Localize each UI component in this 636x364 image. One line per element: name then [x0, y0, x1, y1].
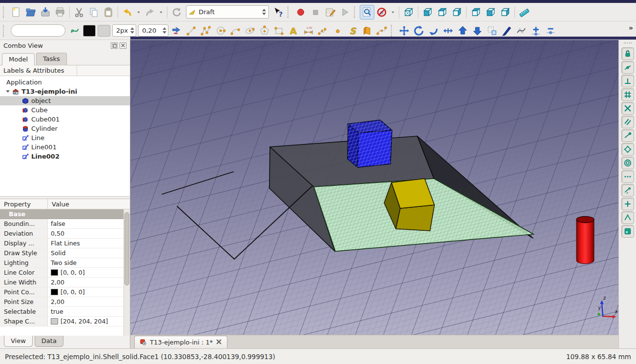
draft-scale-button[interactable]: [485, 23, 499, 38]
tree-item-line001[interactable]: Line001: [0, 142, 130, 152]
draft-rectangle-button[interactable]: [272, 23, 287, 38]
toolbar-overflow-chevron[interactable]: »: [629, 24, 633, 32]
text-scale-spinbox[interactable]: 0,20: [138, 24, 168, 37]
property-scrollbar[interactable]: [123, 209, 130, 336]
snap-endpoint-button[interactable]: [621, 129, 634, 142]
draft-bezier-button[interactable]: [374, 23, 389, 38]
tree-item-line002[interactable]: Line002: [0, 152, 130, 161]
yellow-cube-front-face[interactable]: [396, 205, 434, 231]
draft-wire-button[interactable]: [199, 23, 213, 38]
face-color-button[interactable]: [98, 25, 110, 37]
tab-data[interactable]: Data: [35, 336, 63, 347]
draft-edit-button[interactable]: [499, 23, 514, 38]
draft-rotate-button[interactable]: [411, 23, 426, 38]
apply-style-button[interactable]: [67, 23, 82, 38]
snap-perpendicular-button[interactable]: [621, 75, 634, 87]
document-tab[interactable]: T13-ejemplo-ini : 1*: [134, 336, 227, 348]
macro-record-button[interactable]: [293, 5, 308, 20]
property-row[interactable]: Line Color[0, 0, 0]: [0, 268, 130, 278]
snap-intersection-button[interactable]: [621, 102, 634, 115]
tree-item-cube[interactable]: Cube: [0, 105, 130, 115]
macro-play-button[interactable]: [337, 5, 352, 20]
paste-button[interactable]: [101, 5, 116, 20]
property-value[interactable]: [204, 204, 204]: [48, 317, 130, 326]
draft-shapestring-button[interactable]: S: [345, 23, 360, 38]
property-value[interactable]: [0, 0, 0]: [48, 268, 130, 277]
workbench-selector[interactable]: Draft: [186, 5, 269, 19]
scrollbar-thumb[interactable]: [124, 212, 129, 285]
save-file-button[interactable]: [38, 5, 53, 20]
cut-button[interactable]: [72, 5, 86, 20]
tab-close-icon[interactable]: [216, 339, 222, 346]
model-tree[interactable]: Application T13-ejemplo-ini objectCubeCu…: [0, 76, 130, 197]
measure-distance-button[interactable]: [517, 5, 532, 20]
property-value[interactable]: 0,50: [48, 229, 130, 238]
undo-history-button[interactable]: [135, 5, 143, 20]
snap-midpoint-button[interactable]: [621, 61, 634, 74]
property-value[interactable]: true: [48, 307, 130, 316]
tree-item-cube001[interactable]: Cube001: [0, 115, 130, 124]
draft-dimension-button[interactable]: 1.00: [301, 23, 316, 38]
view-front-button[interactable]: [420, 5, 435, 20]
draft-move-button[interactable]: [397, 23, 411, 38]
undo-button[interactable]: [120, 5, 135, 20]
toolbar-grip[interactable]: [287, 6, 291, 18]
refresh-button[interactable]: [169, 5, 184, 20]
macro-edit-button[interactable]: [323, 5, 337, 20]
toggle-construction-button[interactable]: [169, 23, 184, 38]
copy-button[interactable]: [86, 5, 101, 20]
view-left-button[interactable]: [498, 5, 513, 20]
snap-ortho-button[interactable]: [621, 198, 634, 210]
snap-near-button[interactable]: [621, 184, 634, 197]
property-row[interactable]: Draw StyleSolid: [0, 248, 130, 258]
property-value[interactable]: false: [48, 219, 130, 228]
draft-bspline-button[interactable]: [316, 23, 330, 38]
line-width-spinbox[interactable]: 2px: [112, 24, 136, 37]
draft-line-button[interactable]: [184, 23, 199, 38]
panel-close-button[interactable]: [120, 42, 126, 49]
property-row[interactable]: Selectabletrue: [0, 307, 130, 317]
property-row[interactable]: Display ...Flat Lines: [0, 239, 130, 248]
toolbar-grip[interactable]: [3, 25, 7, 37]
draft-upgrade-button[interactable]: [455, 23, 470, 38]
property-row[interactable]: Line Width2,00: [0, 278, 130, 287]
toolbar-grip[interactable]: [3, 6, 7, 18]
property-value[interactable]: 2,00: [48, 278, 130, 287]
line-width-spinner[interactable]: [130, 27, 134, 34]
draft-ellipse-button[interactable]: [243, 23, 257, 38]
cylinder-top-face[interactable]: [576, 217, 594, 223]
redo-button[interactable]: [143, 5, 157, 20]
view-top-button[interactable]: [435, 5, 450, 20]
tree-item-document[interactable]: T13-ejemplo-ini: [0, 87, 130, 96]
property-row[interactable]: Boundin...false: [0, 219, 130, 229]
text-scale-spinner[interactable]: [163, 27, 166, 34]
property-row[interactable]: Shape C...[204, 204, 204]: [0, 317, 130, 326]
redo-history-button[interactable]: [157, 5, 165, 20]
workbench-spinner[interactable]: [262, 9, 266, 15]
line-color-button[interactable]: [83, 25, 96, 37]
tree-item-line[interactable]: Line: [0, 133, 130, 142]
snap-center-button[interactable]: [621, 157, 634, 169]
property-value[interactable]: [0, 0, 0]: [48, 287, 130, 297]
property-group-base[interactable]: Base: [0, 209, 130, 219]
view-rear-button[interactable]: [469, 5, 483, 20]
draft-facebinder-button[interactable]: [360, 23, 374, 38]
tree-item-object[interactable]: object: [0, 96, 130, 105]
property-row[interactable]: Deviation0,50: [0, 229, 130, 239]
panel-float-button[interactable]: [111, 42, 118, 49]
red-cylinder[interactable]: [576, 217, 594, 264]
3d-viewport[interactable]: z x y: [130, 40, 618, 335]
property-value[interactable]: Two side: [48, 258, 130, 267]
draft-circle-button[interactable]: [213, 23, 228, 38]
open-file-button[interactable]: [23, 5, 38, 20]
property-row[interactable]: LightingTwo side: [0, 258, 130, 268]
tab-tasks[interactable]: Tasks: [36, 53, 67, 65]
toolbar-grip[interactable]: [354, 6, 358, 18]
tree-item-application[interactable]: Application: [0, 78, 130, 87]
tree-item-cylinder[interactable]: Cylinder: [0, 124, 130, 133]
draw-style-button[interactable]: [374, 5, 389, 20]
snap-grid-button[interactable]: [621, 88, 634, 101]
macro-stop-button[interactable]: [308, 5, 323, 20]
snap-extension-button[interactable]: [621, 170, 634, 183]
print-button[interactable]: [53, 5, 67, 20]
